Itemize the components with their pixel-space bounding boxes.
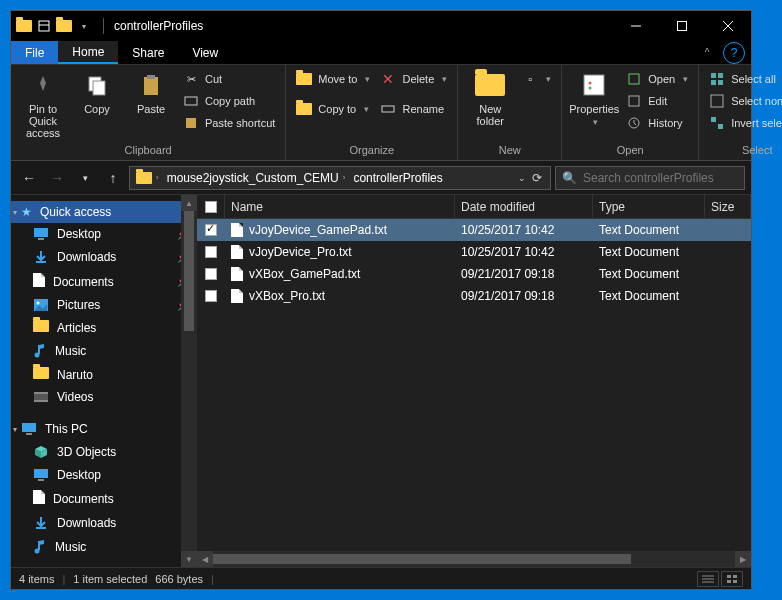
music-icon bbox=[33, 343, 47, 359]
history-button[interactable]: History bbox=[624, 113, 690, 133]
row-checkbox[interactable] bbox=[205, 246, 217, 258]
sidebar-item-label: Desktop bbox=[57, 227, 101, 241]
nav-recent-button[interactable]: ▾ bbox=[73, 166, 97, 190]
column-header-size[interactable]: Size bbox=[705, 195, 751, 218]
ribbon-group-clipboard: Pin to Quick access Copy Paste ✂Cut Copy… bbox=[11, 65, 286, 160]
file-row[interactable]: vXBox_Pro.txt 09/21/2017 09:18 Text Docu… bbox=[197, 285, 751, 307]
qat-dropdown-icon[interactable]: ▾ bbox=[75, 17, 93, 35]
pin-quickaccess-button[interactable]: Pin to Quick access bbox=[19, 69, 67, 139]
file-name-cell[interactable]: vXBox_GamePad.txt bbox=[225, 267, 455, 281]
scroll-right-icon[interactable]: ▶ bbox=[735, 551, 751, 567]
properties-button[interactable]: Properties▾ bbox=[570, 69, 618, 127]
column-header-date[interactable]: Date modified bbox=[455, 195, 593, 218]
sidebar-item[interactable]: 3D Objects bbox=[11, 440, 197, 464]
row-checkbox[interactable] bbox=[205, 290, 217, 302]
file-row[interactable]: vXBox_GamePad.txt 09/21/2017 09:18 Text … bbox=[197, 263, 751, 285]
sidebar-item[interactable]: Documents📌 bbox=[11, 269, 197, 294]
tab-file[interactable]: File bbox=[11, 41, 58, 64]
sidebar-item[interactable]: Music bbox=[11, 339, 197, 363]
edit-button[interactable]: Edit bbox=[624, 91, 690, 111]
view-details-button[interactable] bbox=[697, 571, 719, 587]
row-checkbox[interactable] bbox=[205, 224, 217, 236]
ribbon-collapse-icon[interactable]: ^ bbox=[697, 41, 717, 64]
sidebar-item-label: 3D Objects bbox=[57, 445, 116, 459]
sidebar-item[interactable]: Downloads📌 bbox=[11, 245, 197, 269]
column-header-name[interactable]: Name bbox=[225, 195, 455, 218]
rename-button[interactable]: Rename bbox=[378, 99, 449, 119]
scroll-left-icon[interactable]: ◀ bbox=[197, 551, 213, 567]
selectall-icon bbox=[709, 71, 725, 87]
nav-forward-button[interactable]: → bbox=[45, 166, 69, 190]
close-button[interactable] bbox=[705, 11, 751, 41]
column-header-type[interactable]: Type bbox=[593, 195, 705, 218]
qat-properties-icon[interactable] bbox=[35, 17, 53, 35]
sidebar-item[interactable]: Music bbox=[11, 535, 197, 559]
svg-point-31 bbox=[35, 353, 40, 358]
minimize-button[interactable] bbox=[613, 11, 659, 41]
qat-newfolder-icon[interactable] bbox=[55, 17, 73, 35]
scroll-thumb[interactable] bbox=[213, 554, 631, 564]
sidebar-item[interactable]: Downloads bbox=[11, 511, 197, 535]
open-button[interactable]: Open▾ bbox=[624, 69, 690, 89]
newfolder-button[interactable]: New folder bbox=[466, 69, 514, 127]
file-date-cell: 09/21/2017 09:18 bbox=[455, 267, 593, 281]
svg-rect-11 bbox=[186, 118, 196, 128]
sidebar-item[interactable]: Articles bbox=[11, 316, 197, 339]
sidebar-item[interactable]: Documents bbox=[11, 486, 197, 511]
file-row[interactable]: vJoyDevice_Pro.txt 10/25/2017 10:42 Text… bbox=[197, 241, 751, 263]
sidebar-item[interactable]: Naruto bbox=[11, 363, 197, 386]
cut-button[interactable]: ✂Cut bbox=[181, 69, 277, 89]
sidebar-item[interactable]: Desktop bbox=[11, 464, 197, 486]
copypath-button[interactable]: Copy path bbox=[181, 91, 277, 111]
paste-button[interactable]: Paste bbox=[127, 69, 175, 115]
invertselection-button[interactable]: Invert selection bbox=[707, 113, 782, 133]
sidebar-item[interactable]: Videos bbox=[11, 386, 197, 408]
sidebar-thispc[interactable]: ▾ This PC bbox=[11, 418, 197, 440]
music-icon bbox=[33, 539, 47, 555]
copyto-button[interactable]: Copy to▾ bbox=[294, 99, 372, 119]
breadcrumb-seg-1[interactable]: mouse2joystick_Custom_CEMU› bbox=[163, 167, 350, 189]
nav-back-button[interactable]: ← bbox=[17, 166, 41, 190]
sidebar-quickaccess[interactable]: ▾ ★ Quick access bbox=[11, 201, 197, 223]
nav-up-button[interactable]: ↑ bbox=[101, 166, 125, 190]
search-box[interactable]: 🔍 bbox=[555, 166, 745, 190]
row-checkbox[interactable] bbox=[205, 268, 217, 280]
ribbon-group-organize: Move to▾ Copy to▾ ✕Delete▾ Rename Organi… bbox=[286, 65, 458, 160]
file-row[interactable]: vJoyDevice_GamePad.txt 10/25/2017 10:42 … bbox=[197, 219, 751, 241]
search-input[interactable] bbox=[583, 171, 738, 185]
breadcrumb-seg-2[interactable]: controllerProfiles bbox=[349, 167, 446, 189]
delete-button[interactable]: ✕Delete▾ bbox=[378, 69, 449, 89]
scroll-thumb[interactable] bbox=[184, 211, 194, 331]
tab-home[interactable]: Home bbox=[58, 41, 118, 64]
column-header-checkbox[interactable] bbox=[197, 195, 225, 218]
file-name-cell[interactable]: vXBox_Pro.txt bbox=[225, 289, 455, 303]
maximize-button[interactable] bbox=[659, 11, 705, 41]
tab-view[interactable]: View bbox=[178, 41, 232, 64]
help-icon[interactable]: ? bbox=[723, 42, 745, 64]
address-bar-row: ← → ▾ ↑ › mouse2joystick_Custom_CEMU› co… bbox=[11, 161, 751, 195]
file-name-cell[interactable]: vJoyDevice_GamePad.txt bbox=[225, 223, 455, 237]
menu-tabs: File Home Share View ^ ? bbox=[11, 41, 751, 65]
selectall-button[interactable]: Select all bbox=[707, 69, 782, 89]
tab-share[interactable]: Share bbox=[118, 41, 178, 64]
monitor-blue-icon bbox=[33, 468, 49, 482]
selectnone-button[interactable]: Select none bbox=[707, 91, 782, 111]
breadcrumb-dropdown-icon[interactable]: ⌄ bbox=[518, 173, 526, 183]
scroll-up-icon[interactable]: ▲ bbox=[181, 195, 197, 211]
svg-rect-20 bbox=[718, 73, 723, 78]
pasteshortcut-button[interactable]: Paste shortcut bbox=[181, 113, 277, 133]
moveto-button[interactable]: Move to▾ bbox=[294, 69, 372, 89]
copy-button[interactable]: Copy bbox=[73, 69, 121, 115]
file-name-cell[interactable]: vJoyDevice_Pro.txt bbox=[225, 245, 455, 259]
folder-icon bbox=[33, 320, 49, 335]
newitem-button[interactable]: ▫▾ bbox=[520, 69, 553, 89]
sidebar-item[interactable]: Pictures📌 bbox=[11, 294, 197, 316]
sidebar-scrollbar[interactable]: ▲ ▼ bbox=[181, 195, 197, 567]
horizontal-scrollbar[interactable]: ◀ ▶ bbox=[197, 551, 751, 567]
refresh-icon[interactable]: ⟳ bbox=[532, 171, 542, 185]
scroll-down-icon[interactable]: ▼ bbox=[181, 551, 197, 567]
sidebar-item[interactable]: Desktop📌 bbox=[11, 223, 197, 245]
svg-rect-7 bbox=[93, 81, 105, 95]
breadcrumb[interactable]: › mouse2joystick_Custom_CEMU› controller… bbox=[129, 166, 551, 190]
view-largeicons-button[interactable] bbox=[721, 571, 743, 587]
